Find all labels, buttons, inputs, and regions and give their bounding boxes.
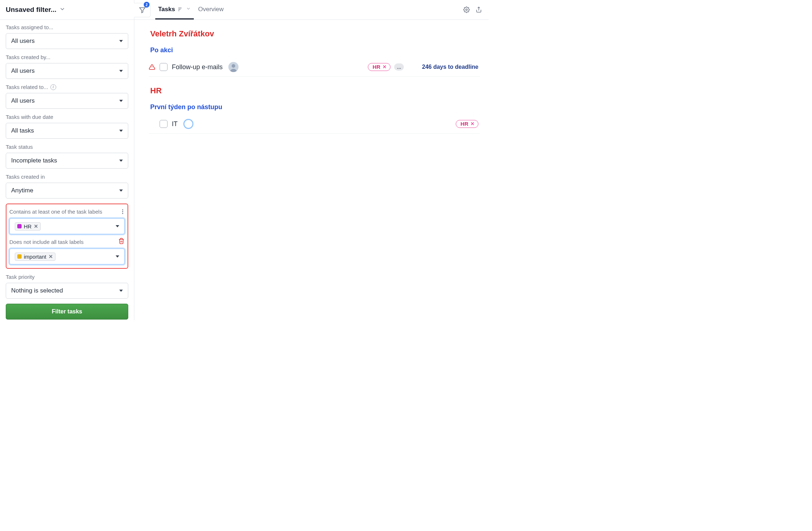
warning-icon: [149, 64, 155, 70]
label-chip-important: important ✕: [15, 253, 55, 261]
select-value: All users: [11, 67, 35, 75]
svg-point-10: [232, 64, 235, 68]
remove-label-icon[interactable]: ✕: [470, 121, 474, 126]
filter-label: Task status: [6, 144, 128, 150]
tab-bar: Tasks Overview: [137, 0, 227, 19]
label-pill-hr[interactable]: HR ✕: [368, 63, 391, 71]
chevron-down-icon[interactable]: [186, 6, 191, 13]
caret-down-icon: [119, 70, 123, 72]
remove-chip-icon[interactable]: ✕: [34, 223, 38, 229]
info-icon[interactable]: i: [50, 84, 56, 90]
settings-icon[interactable]: [463, 6, 470, 13]
filter-label: Contains at least one of the task labels: [9, 209, 102, 215]
created-by-select[interactable]: All users: [6, 63, 128, 79]
filter-label: Task priority: [6, 274, 128, 280]
assigned-to-select[interactable]: All users: [6, 33, 128, 49]
caret-down-icon: [119, 40, 123, 42]
label-chip-hr: HR ✕: [15, 222, 41, 231]
filter-excludes-labels: Does not include all task labels importa…: [9, 238, 125, 264]
label-pill-hr[interactable]: HR ✕: [456, 120, 478, 128]
chip-list: HR ✕: [15, 222, 41, 231]
tab-label: Tasks: [158, 6, 175, 13]
caret-down-icon: [119, 189, 123, 192]
filter-created-in: Tasks created in Anytime: [6, 174, 128, 198]
task-row[interactable]: IT HR ✕: [149, 116, 480, 134]
remove-chip-icon[interactable]: ✕: [49, 254, 53, 259]
section-title[interactable]: První týden po nástupu: [149, 103, 480, 111]
filter-tasks-button[interactable]: Filter tasks: [6, 304, 128, 320]
project-block: HR První týden po nástupu IT HR ✕: [149, 86, 480, 134]
more-labels-button[interactable]: ...: [394, 63, 404, 71]
sidebar-header: Unsaved filter... 2: [0, 0, 134, 20]
created-in-select[interactable]: Anytime: [6, 183, 128, 198]
chip-list: important ✕: [15, 253, 55, 261]
label-filters-highlight: Contains at least one of the task labels…: [6, 204, 128, 269]
project-title[interactable]: HR: [149, 86, 480, 95]
filter-assigned-to: Tasks assigned to... All users: [6, 24, 128, 49]
caret-down-icon: [119, 290, 123, 292]
topbar: Tasks Overview: [134, 0, 488, 20]
caret-down-icon: [116, 255, 119, 258]
select-value: All users: [11, 97, 35, 104]
tab-overview[interactable]: Overview: [195, 0, 227, 19]
filter-label: Does not include all task labels: [9, 239, 84, 245]
task-title: IT: [172, 120, 178, 128]
caret-down-icon: [119, 100, 123, 102]
filter-label: Tasks related to... i: [6, 84, 128, 90]
filter-created-by: Tasks created by... All users: [6, 54, 128, 79]
excludes-labels-select[interactable]: important ✕: [9, 249, 125, 264]
topbar-actions: [463, 0, 482, 19]
task-checkbox[interactable]: [160, 120, 168, 128]
deadline-text: 246 days to deadline: [422, 64, 478, 70]
trash-icon[interactable]: [118, 238, 125, 246]
assignee-avatar[interactable]: [228, 62, 238, 72]
project-block: Veletrh Zvířátkov Po akci Follow-up e-ma…: [149, 29, 480, 77]
filter-contains-labels: Contains at least one of the task labels…: [9, 208, 125, 234]
filter-title-dropdown[interactable]: Unsaved filter...: [6, 6, 66, 14]
sort-icon[interactable]: [177, 6, 184, 13]
filter-sidebar: Unsaved filter... 2 Tasks assigned to...…: [0, 0, 134, 320]
filter-label: Tasks assigned to...: [6, 24, 128, 30]
tab-tasks[interactable]: Tasks: [155, 0, 194, 19]
project-title[interactable]: Veletrh Zvířátkov: [149, 29, 480, 39]
sidebar-body: Tasks assigned to... All users Tasks cre…: [0, 20, 134, 320]
task-checkbox[interactable]: [160, 63, 168, 71]
chip-text: important: [24, 254, 46, 260]
related-to-select[interactable]: All users: [6, 93, 128, 109]
select-value: Anytime: [11, 187, 33, 194]
select-value: All tasks: [11, 127, 34, 134]
kebab-menu-icon[interactable]: [121, 208, 125, 215]
caret-down-icon: [119, 160, 123, 162]
filter-title-text: Unsaved filter...: [6, 6, 56, 14]
caret-down-icon: [116, 225, 119, 227]
pill-text: HR: [460, 121, 468, 127]
task-title: Follow-up e-mails: [172, 63, 223, 71]
main-area: Tasks Overview Veletrh Zvířá: [134, 0, 488, 320]
filter-label: Tasks created by...: [6, 54, 128, 60]
svg-point-5: [466, 9, 468, 11]
filter-priority: Task priority Nothing is selected: [6, 274, 128, 299]
pill-text: HR: [372, 64, 380, 70]
assignee-avatar-unassigned[interactable]: [183, 119, 193, 129]
share-icon[interactable]: [476, 6, 482, 13]
select-value: Nothing is selected: [11, 287, 63, 294]
remove-label-icon[interactable]: ✕: [383, 64, 387, 70]
select-value: All users: [11, 37, 35, 45]
select-value: Incomplete tasks: [11, 157, 57, 164]
chevron-down-icon: [59, 6, 66, 14]
priority-select[interactable]: Nothing is selected: [6, 283, 128, 299]
content-area: Veletrh Zvířátkov Po akci Follow-up e-ma…: [134, 20, 488, 320]
section-title[interactable]: Po akci: [149, 46, 480, 54]
task-row[interactable]: Follow-up e-mails HR ✕ ... 246 days to d…: [149, 59, 480, 77]
filter-label: Tasks with due date: [6, 114, 128, 120]
label-color-swatch: [17, 254, 22, 259]
due-date-select[interactable]: All tasks: [6, 123, 128, 139]
caret-down-icon: [119, 130, 123, 132]
filter-status: Task status Incomplete tasks: [6, 144, 128, 169]
filter-related-to: Tasks related to... i All users: [6, 84, 128, 109]
filter-label: Tasks created in: [6, 174, 128, 180]
tab-label: Overview: [198, 6, 224, 13]
filter-due-date: Tasks with due date All tasks: [6, 114, 128, 139]
contains-labels-select[interactable]: HR ✕: [9, 218, 125, 234]
status-select[interactable]: Incomplete tasks: [6, 153, 128, 169]
